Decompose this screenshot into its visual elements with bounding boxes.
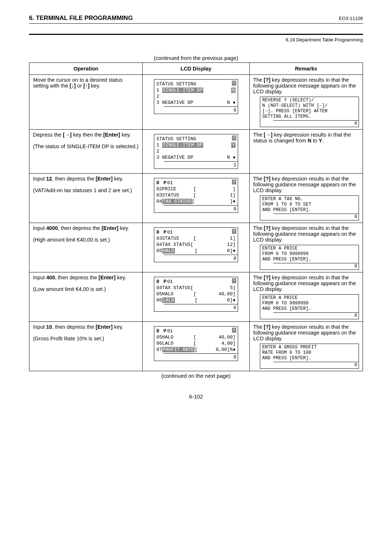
- lcd-cell: ?D P0105HALO [40,00]06LALO [4,00]07PROFI…: [143, 322, 249, 371]
- operation-cell: Input 10, then depress the [Enter] key.(…: [29, 322, 143, 371]
- header-operation: Operation: [29, 63, 143, 75]
- operation-cell: Input 400, then depress the [Enter] key.…: [29, 272, 143, 322]
- table-row: Depress the [→] key then the [Enter] key…: [29, 130, 363, 174]
- help-indicator: ?: [232, 81, 236, 86]
- programming-table: Operation LCD Display Remarks Move the c…: [29, 62, 363, 371]
- help-indicator: ?: [232, 328, 236, 333]
- remarks-cell: The [?] key depression results in that t…: [249, 322, 363, 371]
- operation-cell: Move the cursor on to a desired status s…: [29, 75, 143, 130]
- guidance-box: REVERSE Y (SELECT)/N (NOT-SELECT) WITH […: [260, 97, 359, 127]
- header-remarks: Remarks: [249, 63, 363, 75]
- remarks-cell: The [?] key depression results in that t…: [249, 174, 363, 223]
- lcd-cell: ?D P0102PRICE []03STATUS [1]04TAX STATUS…: [143, 174, 249, 223]
- help-indicator: ?: [232, 179, 236, 185]
- header-lcd: LCD Display: [143, 63, 249, 75]
- guidance-box: ENTER A TAX NO.FROM 1 TO 8 TO SETAND PRE…: [260, 195, 359, 220]
- remarks-cell: The [?] key depression results in that t…: [249, 223, 363, 272]
- operation-cell: Input 4000, then depress the [Enter] key…: [29, 223, 143, 272]
- remarks-cell: The [?] key depression results in that t…: [249, 75, 363, 130]
- table-row: Input 10, then depress the [Enter] key.(…: [29, 322, 363, 371]
- lcd-display: ?D P0105HALO [40,00]06LALO [4,00]07PROFI…: [154, 326, 238, 361]
- lcd-display: ?STATUS SETTING1 SINGLE-ITEM DPY23 NEGAT…: [154, 134, 238, 169]
- operation-cell: Depress the [→] key then the [Enter] key…: [29, 130, 143, 174]
- doc-code: EO3-11106: [339, 16, 363, 21]
- page-number: 6-102: [29, 393, 363, 400]
- lcd-display: ?D P0104TAX STATUS[5]05HALO [40,00]06LAL…: [154, 277, 238, 312]
- table-row: Input 400, then depress the [Enter] key.…: [29, 272, 363, 322]
- lcd-display: ?D P0103STATUS [1]04TAX STATUS[12]05HALO…: [154, 227, 238, 262]
- table-row: Input 4000, then depress the [Enter] key…: [29, 223, 363, 272]
- section-title: 6. TERMINAL FILE PROGRAMMING: [29, 15, 133, 22]
- remarks-cell: The [?] key depression results in that t…: [249, 272, 363, 322]
- guidance-box: ENTER A PRICEFROM 0 TO 9999999AND PRESS …: [260, 245, 359, 270]
- continued-bottom: (continued on the next page): [29, 373, 363, 379]
- guidance-box: ENTER A GROSS PROFITRATE FROM 0 TO 100AN…: [260, 344, 359, 369]
- remarks-cell: The [→] key depression results in that t…: [249, 130, 363, 174]
- lcd-cell: ?D P0104TAX STATUS[5]05HALO [40,00]06LAL…: [143, 272, 249, 322]
- lcd-cell: ?STATUS SETTING1 SINGLE-ITEM DPN23 NEGAT…: [143, 75, 249, 130]
- operation-cell: Input 12, then depress the [Enter] key.(…: [29, 174, 143, 223]
- lcd-cell: ?STATUS SETTING1 SINGLE-ITEM DPY23 NEGAT…: [143, 130, 249, 174]
- help-indicator: ?: [232, 135, 236, 141]
- lcd-cell: ?D P0103STATUS [1]04TAX STATUS[12]05HALO…: [143, 223, 249, 272]
- continued-top: (continued from the previous page): [29, 55, 363, 61]
- lcd-display: ?STATUS SETTING1 SINGLE-ITEM DPN23 NEGAT…: [154, 79, 238, 114]
- help-indicator: ?: [232, 229, 236, 234]
- lcd-display: ?D P0102PRICE []03STATUS [1]04TAX STATUS…: [154, 178, 238, 213]
- table-row: Input 12, then depress the [Enter] key.(…: [29, 174, 363, 223]
- subsection-title: 6.19 Department Table Programming: [29, 34, 363, 42]
- help-indicator: ?: [232, 278, 236, 283]
- guidance-box: ENTER A PRICEFROM 0 TO 9999999AND PRESS …: [260, 294, 359, 319]
- table-row: Move the cursor on to a desired status s…: [29, 75, 363, 130]
